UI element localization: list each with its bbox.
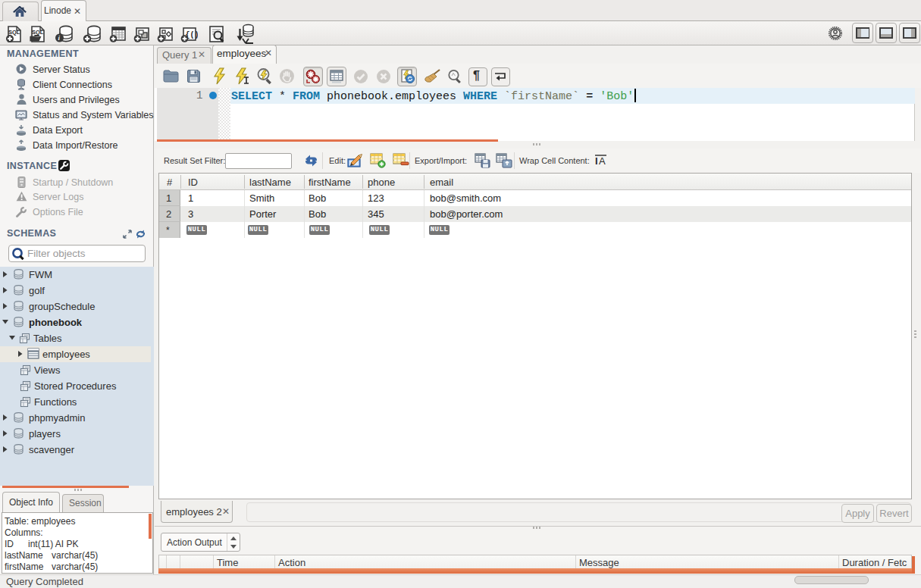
svg-text:I: I: [595, 155, 598, 167]
svg-text:A: A: [599, 155, 606, 167]
svg-text:SQL: SQL: [32, 29, 44, 36]
svg-text:SQL: SQL: [8, 29, 20, 36]
